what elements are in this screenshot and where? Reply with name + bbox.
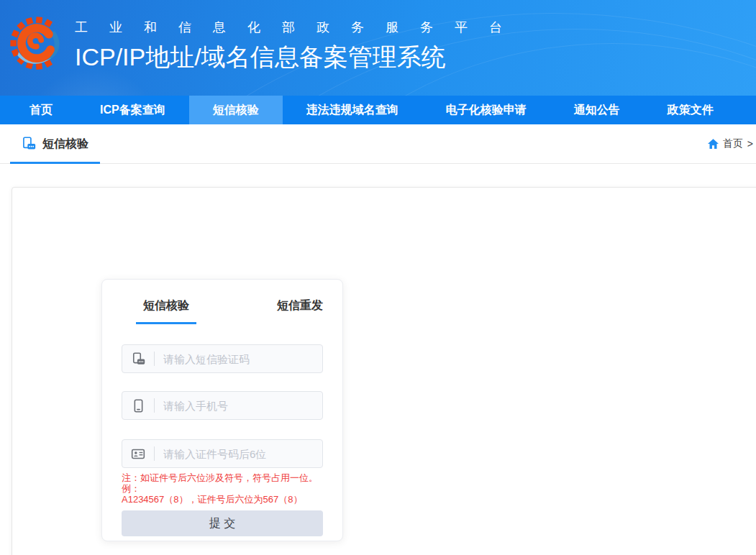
- gear-e-logo-icon: [9, 13, 65, 79]
- sms-code-field-wrap: [122, 344, 323, 373]
- breadcrumb-row: 短信核验 首页 >: [0, 124, 756, 164]
- card-tabs: 短信核验 短信重发: [136, 298, 330, 324]
- nav-item-icp-query[interactable]: ICP备案查询: [76, 96, 189, 124]
- sms-icon: [122, 352, 154, 366]
- breadcrumb[interactable]: 首页 >: [708, 137, 753, 150]
- header-banner: 工业和信息化部政务服务平台 ICP/IP地址/域名信息备案管理系统: [0, 0, 756, 96]
- phone-input[interactable]: [155, 392, 322, 419]
- sms-icon: [22, 137, 36, 151]
- nav-item-illegal-domain-query[interactable]: 违法违规域名查询: [283, 96, 422, 124]
- id-last6-field-wrap: [122, 439, 323, 468]
- tab-sms-verify[interactable]: 短信核验: [136, 298, 196, 324]
- sms-verify-card: 短信核验 短信重发: [101, 279, 343, 541]
- phone-icon: [122, 399, 154, 413]
- main-nav: 首页 ICP备案查询 短信核验 违法违规域名查询 电子化核验申请 通知公告 政策…: [0, 96, 756, 124]
- nav-item-sms-verify[interactable]: 短信核验: [189, 96, 283, 124]
- phone-field-wrap: [122, 391, 323, 420]
- page-title: 短信核验: [42, 137, 88, 152]
- nav-item-policy-files[interactable]: 政策文件: [644, 96, 737, 124]
- submit-button[interactable]: 提 交: [122, 510, 323, 536]
- home-icon: [708, 139, 719, 149]
- system-title: ICP/IP地址/域名信息备案管理系统: [75, 41, 524, 74]
- nav-item-electronic-verify[interactable]: 电子化核验申请: [422, 96, 550, 124]
- sms-code-input[interactable]: [155, 345, 322, 372]
- breadcrumb-home[interactable]: 首页: [723, 137, 743, 150]
- id-note-line2: A1234567（8），证件号后六位为567（8）: [122, 494, 323, 505]
- id-note: 注：如证件号后六位涉及符号，符号占用一位。例： A1234567（8），证件号后…: [122, 472, 323, 505]
- section-active-underline: [10, 162, 100, 164]
- id-note-line1: 注：如证件号后六位涉及符号，符号占用一位。例：: [122, 472, 323, 494]
- platform-title: 工业和信息化部政务服务平台: [75, 19, 524, 36]
- id-card-icon: [122, 447, 154, 461]
- id-last6-input[interactable]: [155, 440, 322, 467]
- breadcrumb-separator: >: [747, 138, 753, 150]
- section-header: 短信核验: [22, 137, 88, 152]
- tab-sms-resend[interactable]: 短信重发: [270, 298, 330, 324]
- nav-item-notices[interactable]: 通知公告: [550, 96, 644, 124]
- nav-item-home[interactable]: 首页: [6, 96, 76, 124]
